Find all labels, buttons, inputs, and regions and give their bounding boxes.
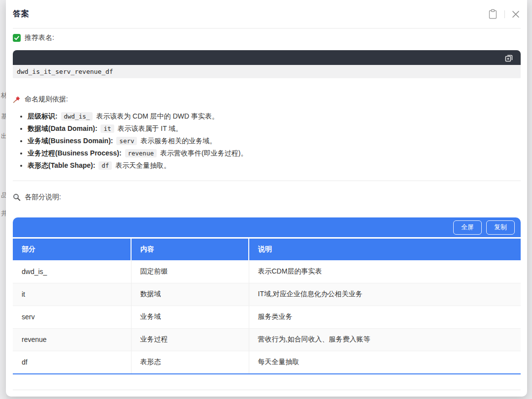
section-divider [13, 181, 521, 181]
code-block-header [13, 50, 521, 65]
rule-label: 层级标识: [28, 112, 58, 120]
rule-item: 表形态(Table Shape): df 表示天全量抽取。 [28, 159, 521, 172]
cell-content: 数据域 [131, 283, 249, 306]
rule-item: 层级标识: dwd_is_ 表示该表为 CDM 层中的 DWD 事实表。 [28, 110, 521, 123]
naming-section-label: 命名规则依据: [13, 95, 521, 104]
modal-header: 答案 [13, 0, 521, 29]
close-button[interactable] [511, 9, 521, 19]
cell-content: 表形态 [131, 351, 249, 373]
check-icon [13, 34, 21, 42]
rule-code: dwd_is_ [61, 112, 93, 121]
column-header: 说明 [249, 239, 521, 260]
cell-content: 业务过程 [131, 328, 249, 351]
recommend-section-label: 推荐表名: [13, 33, 521, 42]
rule-item: 业务域(Business Domain): serv 表示服务相关的业务域。 [28, 135, 521, 147]
rule-desc: 表示该表属于 IT 域。 [117, 124, 182, 132]
naming-label: 命名规则依据: [25, 95, 68, 104]
parts-label: 各部分说明: [25, 193, 61, 202]
cell-part: dwd_is_ [13, 260, 131, 283]
table-toolbar: 全屏 复制 [13, 217, 521, 237]
cell-part: revenue [13, 328, 131, 351]
cell-desc: 营收行为,如合同收入、服务费入账等 [249, 328, 521, 351]
parts-table-card: 全屏 复制 部分 内容 说明 dwd_is_ 固定前缀 表示CDM层的事实表 i… [13, 217, 521, 374]
cell-part: it [13, 283, 131, 306]
rule-code: df [99, 161, 112, 170]
rule-desc: 表示该表为 CDM 层中的 DWD 事实表。 [96, 112, 219, 120]
rule-code: it [100, 124, 114, 133]
recommend-label: 推荐表名: [25, 33, 54, 42]
cell-part: df [13, 351, 131, 373]
fullscreen-button[interactable]: 全屏 [453, 220, 482, 235]
answer-modal: 答案 [6, 0, 527, 397]
clipboard-icon [488, 13, 498, 21]
code-block: dwd_is_it_serv_revenue_df [13, 50, 521, 78]
cell-desc: 表示CDM层的事实表 [249, 260, 521, 283]
copy-answer-button[interactable] [487, 8, 499, 20]
header-divider [504, 10, 505, 18]
cell-content: 业务域 [131, 306, 249, 328]
rule-code: revenue [125, 149, 157, 157]
cell-content: 固定前缀 [131, 260, 249, 283]
rule-desc: 表示营收事件(即业务过程)。 [160, 149, 247, 157]
copy-code-button[interactable] [503, 52, 515, 63]
cell-desc: 服务类业务 [249, 306, 521, 328]
column-header: 内容 [131, 239, 249, 260]
rule-desc: 表示服务相关的业务域。 [140, 137, 216, 145]
rule-item: 数据域(Data Domain): it 表示该表属于 IT 域。 [28, 123, 521, 135]
parts-section-label: 各部分说明: [13, 193, 521, 202]
copy-table-button[interactable]: 复制 [486, 220, 515, 235]
table-row: it 数据域 IT域,对应企业信息化办公相关业务 [13, 283, 521, 306]
pin-icon [13, 95, 21, 103]
rule-label: 数据域(Data Domain): [28, 124, 98, 132]
table-name-code[interactable]: dwd_is_it_serv_revenue_df [13, 65, 521, 78]
rule-label: 业务过程(Business Process): [28, 149, 122, 157]
table-row: revenue 业务过程 营收行为,如合同收入、服务费入账等 [13, 328, 521, 351]
rule-desc: 表示天全量抽取。 [115, 161, 170, 169]
column-header: 部分 [13, 239, 131, 260]
rule-item: 业务过程(Business Process): revenue 表示营收事件(即… [28, 147, 521, 159]
naming-rules-list: 层级标识: dwd_is_ 表示该表为 CDM 层中的 DWD 事实表。 数据域… [13, 110, 521, 172]
copy-icon [504, 57, 514, 64]
page-title: 答案 [13, 9, 30, 19]
cell-desc: 每天全量抽取 [249, 351, 521, 373]
rule-code: serv [116, 137, 137, 145]
rule-label: 业务域(Business Domain): [28, 137, 113, 145]
cell-part: serv [13, 306, 131, 328]
magnifier-icon [13, 193, 21, 201]
table-row: serv 业务域 服务类业务 [13, 306, 521, 328]
table-row: df 表形态 每天全量抽取 [13, 351, 521, 373]
close-icon [512, 12, 520, 20]
table-row: dwd_is_ 固定前缀 表示CDM层的事实表 [13, 260, 521, 283]
table-header-row: 部分 内容 说明 [13, 239, 521, 260]
cell-desc: IT域,对应企业信息化办公相关业务 [249, 283, 521, 306]
bottom-divider [13, 390, 521, 390]
rule-label: 表形态(Table Shape): [28, 161, 95, 169]
parts-table: 部分 内容 说明 dwd_is_ 固定前缀 表示CDM层的事实表 it 数据域 … [13, 239, 521, 373]
header-actions [487, 8, 521, 20]
